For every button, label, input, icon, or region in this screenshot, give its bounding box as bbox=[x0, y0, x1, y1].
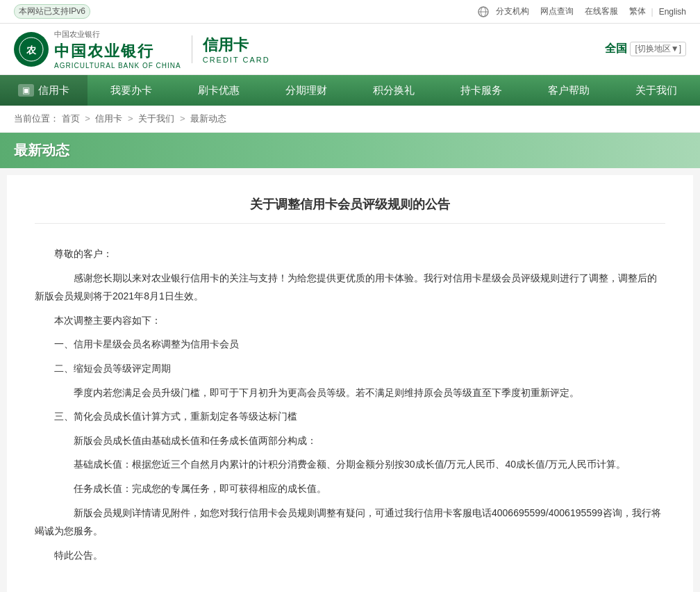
article-item3-sub4: 新版会员规则详情请见附件，如您对我行信用卡会员规则调整有疑问，可通过我行信用卡客… bbox=[35, 504, 665, 541]
globe-icon bbox=[478, 6, 490, 17]
branch-offices-link[interactable]: 分支机构 bbox=[496, 6, 529, 17]
article-para2: 本次调整主要内容如下： bbox=[35, 311, 665, 330]
breadcrumb-sep2: > bbox=[128, 113, 135, 124]
breadcrumb-sep3: > bbox=[180, 113, 188, 124]
article-item3: 三、简化会员成长值计算方式，重新划定各等级达标门槛 bbox=[35, 407, 665, 426]
ipv6-badge: 本网站已支持IPv6 bbox=[14, 4, 90, 19]
top-bar-left: 本网站已支持IPv6 bbox=[14, 4, 93, 19]
nav-label-credit-card: 信用卡 bbox=[38, 84, 69, 97]
breadcrumb: 当前位置： 首页 > 信用卡 > 关于我们 > 最新动态 bbox=[0, 106, 700, 133]
article-item3-sub3: 任务成长值：完成您的专属任务，即可获得相应的成长值。 bbox=[35, 479, 665, 498]
nav-item-offers[interactable]: 刷卡优惠 bbox=[175, 75, 262, 106]
breadcrumb-home[interactable]: 首页 bbox=[62, 113, 80, 124]
nav-item-credit-card[interactable]: ▣ 信用卡 bbox=[0, 75, 88, 106]
english-link[interactable]: English bbox=[659, 7, 686, 17]
header-region: 全国 [切换地区▼] bbox=[605, 42, 686, 56]
bank-emblem: 农 bbox=[14, 32, 49, 67]
article-closing: 特此公告。 bbox=[35, 546, 665, 565]
nav-label-about: 关于我们 bbox=[635, 84, 677, 97]
breadcrumb-sep1: > bbox=[85, 113, 92, 124]
online-service-link[interactable]: 在线客服 bbox=[585, 6, 618, 17]
nav-item-about[interactable]: 关于我们 bbox=[612, 75, 700, 106]
top-bar-right: 分支机构 网点查询 在线客服 繁体 | English bbox=[478, 6, 686, 17]
region-label: 全国 bbox=[605, 42, 627, 56]
nav-label-installment: 分期理财 bbox=[285, 84, 327, 97]
logo-divider bbox=[192, 35, 192, 63]
logo-cn: 中国农业银行 bbox=[54, 41, 181, 62]
page-title-banner: 最新动态 bbox=[0, 133, 700, 168]
nav-item-points[interactable]: 积分换礼 bbox=[350, 75, 438, 106]
article-greeting: 尊敬的客户： bbox=[35, 245, 665, 263]
lang-separator: | bbox=[651, 7, 653, 17]
traditional-chinese-link[interactable]: 繁体 bbox=[629, 6, 646, 17]
logo-en: AGRICULTURAL BANK OF CHINA bbox=[54, 62, 181, 69]
article-item3-sub1: 新版会员成长值由基础成长值和任务成长值两部分构成： bbox=[35, 431, 665, 450]
credit-card-cn: 信用卡 bbox=[203, 35, 249, 56]
logo-area: 农 中国农业银行 中国农业银行 AGRICULTURAL BANK OF CHI… bbox=[14, 29, 270, 69]
credit-card-en: CREDIT CARD bbox=[203, 56, 270, 64]
header: 农 中国农业银行 中国农业银行 AGRICULTURAL BANK OF CHI… bbox=[0, 24, 700, 75]
nav-item-card-services[interactable]: 持卡服务 bbox=[438, 75, 525, 106]
nav-label-card-services: 持卡服务 bbox=[460, 84, 502, 97]
breadcrumb-prefix: 当前位置： bbox=[14, 113, 59, 124]
nav-label-points: 积分换礼 bbox=[373, 84, 415, 97]
article-item3-sub2: 基础成长值：根据您近三个自然月内累计的计积分消费金额、分期金额分别按30成长值/… bbox=[35, 455, 665, 474]
breadcrumb-credit-card[interactable]: 信用卡 bbox=[95, 113, 122, 124]
breadcrumb-current: 最新动态 bbox=[190, 113, 226, 124]
article-title: 关于调整信用卡会员评级规则的公告 bbox=[35, 196, 665, 224]
credit-card-icon: ▣ bbox=[18, 84, 34, 97]
nav-item-installment[interactable]: 分期理财 bbox=[262, 75, 350, 106]
nav-label-apply: 我要办卡 bbox=[110, 84, 152, 97]
nav-label-help: 客户帮助 bbox=[548, 84, 590, 97]
nav-item-apply[interactable]: 我要办卡 bbox=[88, 75, 175, 106]
article-item2-sub: 季度内若您满足会员升级门槛，即可于下月初升为更高会员等级。若不满足则维持原会员等… bbox=[35, 384, 665, 402]
article-body: 尊敬的客户： 感谢您长期以来对农业银行信用卡的关注与支持！为给您提供更优质的用卡… bbox=[35, 245, 665, 564]
region-switch[interactable]: [切换地区▼] bbox=[630, 42, 686, 56]
top-bar: 本网站已支持IPv6 分支机构 网点查询 在线客服 繁体 | English bbox=[0, 0, 700, 24]
svg-text:农: 农 bbox=[26, 44, 37, 56]
nav-item-help[interactable]: 客户帮助 bbox=[525, 75, 612, 106]
main-nav: ▣ 信用卡 我要办卡 刷卡优惠 分期理财 积分换礼 持卡服务 客户帮助 关于我们 bbox=[0, 75, 700, 106]
credit-card-label: 信用卡 CREDIT CARD bbox=[203, 35, 270, 64]
page-title: 最新动态 bbox=[14, 141, 686, 160]
logo-small-text: 中国农业银行 bbox=[54, 29, 181, 40]
outlet-search-link[interactable]: 网点查询 bbox=[540, 6, 574, 17]
nav-label-offers: 刷卡优惠 bbox=[198, 84, 240, 97]
logo-text: 中国农业银行 中国农业银行 AGRICULTURAL BANK OF CHINA bbox=[54, 29, 181, 69]
main-content: 关于调整信用卡会员评级规则的公告 尊敬的客户： 感谢您长期以来对农业银行信用卡的… bbox=[7, 175, 693, 592]
article-item1: 一、信用卡星级会员名称调整为信用卡会员 bbox=[35, 335, 665, 354]
article-item2: 二、缩短会员等级评定周期 bbox=[35, 359, 665, 378]
article-para1: 感谢您长期以来对农业银行信用卡的关注与支持！为给您提供更优质的用卡体验。我行对信… bbox=[35, 269, 665, 306]
breadcrumb-about[interactable]: 关于我们 bbox=[138, 113, 174, 124]
